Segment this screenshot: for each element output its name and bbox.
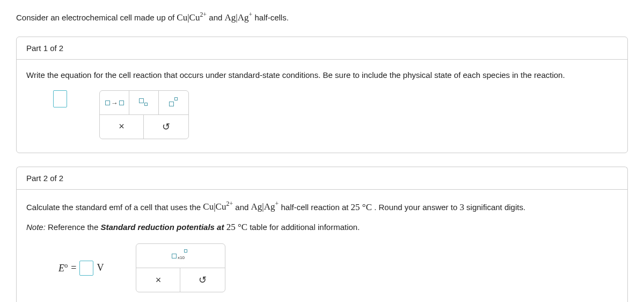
intro-suffix: half-cells. bbox=[254, 13, 288, 22]
p2-cell2-charge: + bbox=[275, 200, 279, 208]
note-suffix: table for additional information. bbox=[250, 222, 360, 232]
part2-header: Part 2 of 2 bbox=[17, 167, 627, 190]
p2-cell2-a: Ag bbox=[251, 202, 262, 212]
p2-cell1-charge: 2+ bbox=[226, 200, 233, 208]
cell1-a: Cu bbox=[177, 12, 187, 23]
scientific-notation-tool[interactable]: x10 bbox=[136, 244, 225, 268]
note-mid: Reference the bbox=[48, 222, 100, 232]
p2-tool-row-1: x10 bbox=[136, 244, 225, 268]
cell1-charge: 2+ bbox=[200, 11, 207, 18]
p2-tool-row-2: × ↺ bbox=[136, 268, 225, 292]
part1-toolbox: → × ↺ bbox=[99, 90, 189, 139]
part1-body: Write the equation for the cell reaction… bbox=[17, 60, 627, 153]
p2-temp: 25 °C bbox=[351, 202, 372, 212]
note-prefix: Note: bbox=[26, 222, 46, 232]
emf-equation: Eo = V bbox=[58, 261, 104, 276]
arrow-icon: → bbox=[111, 99, 118, 107]
part1-header: Part 1 of 2 bbox=[17, 37, 627, 60]
tool-row-2: × ↺ bbox=[100, 115, 188, 139]
intro-text: Consider an electrochemical cell made up… bbox=[16, 13, 177, 22]
p2-reset-button[interactable]: ↺ bbox=[180, 268, 224, 292]
p2-cell2: Ag|Ag+ bbox=[251, 202, 281, 212]
intro-mid: and bbox=[209, 13, 224, 22]
part2-note: Note: Reference the Standard reduction p… bbox=[26, 222, 618, 233]
part2-answer-row: Eo = V x10 × ↺ bbox=[58, 243, 618, 292]
e-symbol: E bbox=[58, 263, 64, 274]
reset-button[interactable]: ↺ bbox=[144, 115, 188, 139]
x10-label: x10 bbox=[178, 255, 185, 260]
unit-v: V bbox=[97, 262, 104, 274]
cell1: Cu|Cu2+ bbox=[177, 12, 209, 23]
cell2: Ag|Ag+ bbox=[225, 12, 255, 23]
part1-panel: Part 1 of 2 Write the equation for the c… bbox=[16, 37, 628, 153]
problem-intro: Consider an electrochemical cell made up… bbox=[16, 11, 628, 23]
p2-cell1-a: Cu bbox=[203, 202, 214, 212]
close-icon: × bbox=[156, 275, 162, 286]
part2-panel: Part 2 of 2 Calculate the standard emf o… bbox=[16, 167, 628, 302]
reset-icon: ↺ bbox=[199, 274, 207, 286]
p2-cell1: Cu|Cu2+ bbox=[203, 202, 235, 212]
p2-mid2: half-cell reaction at bbox=[281, 202, 351, 211]
part2-toolbox: x10 × ↺ bbox=[136, 243, 225, 292]
note-bold: Standard reduction potentials at bbox=[100, 222, 226, 232]
p2-cell1-b: Cu bbox=[216, 202, 226, 212]
equals-sign: = bbox=[71, 262, 76, 274]
cell2-a: Ag bbox=[225, 12, 236, 23]
equation-input[interactable] bbox=[53, 90, 67, 107]
p2-prefix: Calculate the standard emf of a cell tha… bbox=[26, 202, 203, 211]
part2-body: Calculate the standard emf of a cell tha… bbox=[17, 190, 627, 302]
part1-prompt: Write the equation for the cell reaction… bbox=[26, 70, 618, 80]
cell2-charge: + bbox=[249, 11, 253, 18]
p2-clear-button[interactable]: × bbox=[136, 268, 180, 292]
p2-end: significant digits. bbox=[466, 202, 525, 211]
p2-suffix: . Round your answer to bbox=[374, 202, 459, 211]
reset-icon: ↺ bbox=[162, 121, 170, 133]
cell2-b: Ag bbox=[238, 12, 249, 23]
close-icon: × bbox=[119, 121, 125, 132]
arrow-tool[interactable]: → bbox=[100, 91, 129, 114]
subscript-tool[interactable] bbox=[129, 91, 159, 114]
tool-row-1: → bbox=[100, 91, 188, 115]
p2-sigfig: 3 bbox=[459, 202, 464, 212]
part1-answer-row: → × ↺ bbox=[26, 90, 618, 139]
p2-cell2-b: Ag bbox=[264, 202, 275, 212]
part2-prompt: Calculate the standard emf of a cell tha… bbox=[26, 200, 618, 213]
superscript-tool[interactable] bbox=[159, 91, 188, 114]
cell1-b: Cu bbox=[189, 12, 200, 23]
emf-input[interactable] bbox=[79, 261, 93, 276]
clear-button[interactable]: × bbox=[100, 115, 144, 139]
note-temp: 25 °C bbox=[226, 222, 247, 232]
p2-mid: and bbox=[235, 202, 251, 211]
